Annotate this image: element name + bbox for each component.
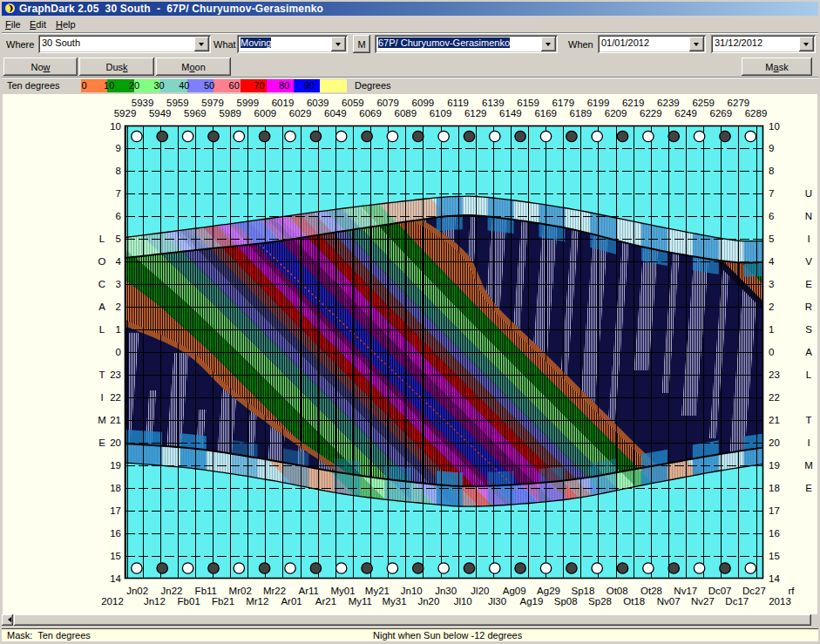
svg-text:N: N	[805, 211, 812, 221]
svg-text:5989: 5989	[219, 108, 241, 119]
svg-text:Fb01: Fb01	[178, 596, 200, 607]
svg-text:Jn22: Jn22	[161, 586, 183, 596]
svg-text:6169: 6169	[534, 108, 557, 119]
svg-text:T: T	[805, 415, 811, 425]
svg-text:19: 19	[110, 460, 121, 471]
svg-text:6269: 6269	[710, 108, 733, 119]
svg-text:7: 7	[769, 188, 774, 199]
svg-text:19: 19	[769, 460, 780, 471]
svg-text:1: 1	[769, 324, 774, 335]
svg-text:15: 15	[110, 551, 121, 561]
svg-text:C: C	[98, 279, 105, 289]
svg-text:6199: 6199	[587, 98, 610, 108]
svg-text:Sp08: Sp08	[554, 596, 578, 607]
svg-text:2: 2	[116, 302, 121, 312]
svg-text:23: 23	[769, 369, 780, 380]
svg-text:My11: My11	[349, 596, 372, 607]
svg-text:My21: My21	[365, 586, 390, 596]
svg-text:0: 0	[116, 347, 121, 357]
svg-text:6259: 6259	[692, 98, 715, 108]
svg-text:T: T	[98, 369, 105, 380]
svg-text:18: 18	[769, 483, 780, 493]
svg-text:Ar01: Ar01	[281, 596, 302, 607]
svg-text:5949: 5949	[149, 108, 172, 119]
svg-text:5979: 5979	[201, 98, 224, 108]
svg-text:6: 6	[769, 211, 774, 221]
svg-text:5959: 5959	[166, 98, 189, 108]
svg-text:6279: 6279	[728, 98, 750, 108]
svg-text:6219: 6219	[622, 98, 645, 108]
svg-text:8: 8	[769, 166, 774, 176]
svg-text:6139: 6139	[482, 98, 505, 108]
svg-text:Nv27: Nv27	[691, 596, 715, 607]
svg-text:Jl10: Jl10	[454, 596, 472, 607]
svg-text:5999: 5999	[237, 98, 260, 108]
svg-text:6099: 6099	[412, 98, 435, 108]
svg-text:2: 2	[769, 302, 774, 312]
svg-text:16: 16	[110, 528, 121, 539]
svg-text:21: 21	[769, 415, 780, 425]
svg-text:S: S	[805, 324, 812, 335]
svg-text:Jn30: Jn30	[435, 586, 457, 596]
svg-text:18: 18	[110, 483, 121, 493]
svg-text:M: M	[804, 460, 813, 471]
svg-text:Dc07: Dc07	[708, 586, 732, 596]
svg-text:4: 4	[769, 256, 775, 267]
svg-text:My01: My01	[331, 586, 356, 596]
svg-text:6289: 6289	[745, 108, 768, 119]
svg-text:6129: 6129	[464, 108, 487, 119]
svg-text:Mr22: Mr22	[263, 586, 286, 596]
svg-text:21: 21	[110, 415, 121, 425]
svg-text:rf: rf	[788, 586, 795, 596]
svg-text:5: 5	[769, 234, 774, 244]
svg-text:6029: 6029	[289, 108, 312, 119]
svg-text:Ar21: Ar21	[315, 596, 336, 607]
svg-text:O: O	[98, 256, 106, 267]
svg-text:14: 14	[769, 573, 780, 584]
svg-text:I: I	[807, 234, 810, 244]
svg-text:6049: 6049	[324, 108, 347, 119]
svg-text:L: L	[99, 324, 105, 335]
svg-text:Ot08: Ot08	[607, 586, 628, 596]
svg-text:Ag19: Ag19	[519, 596, 543, 607]
svg-text:I: I	[100, 392, 103, 403]
svg-text:6229: 6229	[640, 108, 662, 119]
svg-text:6209: 6209	[605, 108, 627, 119]
svg-text:Nv07: Nv07	[657, 596, 681, 607]
svg-text:5929: 5929	[114, 108, 137, 119]
svg-text:Fb11: Fb11	[195, 586, 217, 596]
svg-text:Sp18: Sp18	[571, 586, 594, 596]
svg-text:5969: 5969	[184, 108, 207, 119]
svg-text:4: 4	[116, 256, 122, 267]
svg-text:Jl20: Jl20	[471, 586, 489, 596]
svg-text:2013: 2013	[769, 596, 791, 607]
svg-text:14: 14	[110, 573, 121, 584]
svg-text:6109: 6109	[430, 108, 452, 119]
svg-text:6119: 6119	[447, 98, 469, 108]
svg-text:I: I	[807, 437, 810, 448]
svg-text:Jn12: Jn12	[144, 596, 166, 607]
svg-text:10: 10	[110, 121, 121, 132]
svg-text:U: U	[805, 188, 812, 199]
svg-text:6: 6	[116, 211, 121, 221]
svg-text:9: 9	[769, 143, 774, 153]
svg-text:V: V	[805, 256, 812, 267]
svg-text:22: 22	[110, 392, 121, 403]
svg-text:22: 22	[769, 392, 780, 403]
svg-text:6009: 6009	[254, 108, 277, 119]
svg-text:Mr02: Mr02	[229, 586, 252, 596]
svg-text:6239: 6239	[657, 98, 680, 108]
svg-text:Mr12: Mr12	[246, 596, 268, 607]
svg-text:My31: My31	[383, 596, 407, 607]
svg-text:Jn20: Jn20	[417, 596, 439, 607]
svg-text:Ot18: Ot18	[623, 596, 645, 607]
svg-text:Ag29: Ag29	[537, 586, 560, 596]
svg-text:6189: 6189	[570, 108, 593, 119]
svg-text:6059: 6059	[342, 98, 364, 108]
svg-text:6149: 6149	[499, 108, 522, 119]
svg-text:16: 16	[769, 528, 780, 539]
svg-text:Ag09: Ag09	[503, 586, 526, 596]
svg-text:Jn10: Jn10	[401, 586, 423, 596]
svg-text:6249: 6249	[674, 108, 697, 119]
svg-text:Jl30: Jl30	[488, 596, 506, 607]
